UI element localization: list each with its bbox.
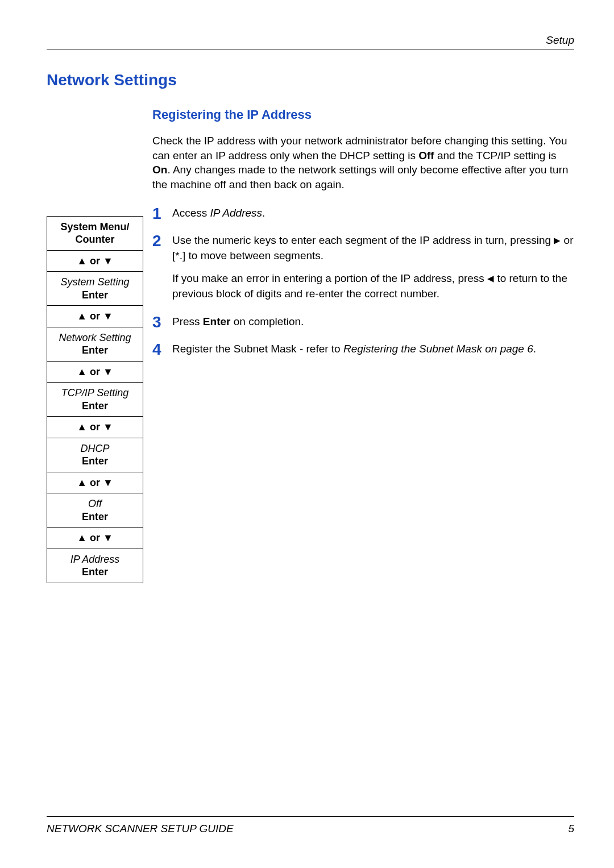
step-1-text-c: . <box>262 207 265 219</box>
triangle-right-icon: ▶ <box>554 234 561 246</box>
step-4-text-c: . <box>533 343 536 355</box>
step-3-text-c: on completion. <box>230 315 304 327</box>
menu-updown: ▲ or ▼ <box>47 528 143 549</box>
step-2-text-a: Use the numeric keys to enter each segme… <box>172 234 554 246</box>
menu-root-line2: Counter <box>76 234 115 245</box>
step-3-number: 3 <box>152 311 161 333</box>
step-2-sub-a: If you make an error in entering a porti… <box>172 272 487 284</box>
menu-updown: ▲ or ▼ <box>47 306 143 327</box>
menu-sys-label: System Setting <box>60 276 129 288</box>
page-footer: NETWORK SCANNER SETUP GUIDE 5 <box>47 816 574 835</box>
intro-off: Off <box>418 149 434 161</box>
step-4-text-a: Register the Subnet Mask - refer to <box>172 343 343 355</box>
step-4-number: 4 <box>152 338 161 360</box>
menu-net-enter: Enter <box>82 344 108 356</box>
step-1-text-a: Access <box>172 207 210 219</box>
menu-path-box: System Menu/ Counter ▲ or ▼ System Setti… <box>47 216 143 583</box>
page-header: Setup <box>47 34 574 49</box>
menu-updown: ▲ or ▼ <box>47 251 143 272</box>
step-3: 3 Press Enter on completion. <box>152 314 574 330</box>
step-1-number: 1 <box>152 202 161 225</box>
footer-page-number: 5 <box>568 823 574 835</box>
menu-updown: ▲ or ▼ <box>47 417 143 438</box>
menu-net-label: Network Setting <box>59 332 131 343</box>
steps-list: 1 Access IP Address. 2 Use the numeric k… <box>152 206 574 357</box>
header-section-label: Setup <box>546 34 574 46</box>
step-3-enter: Enter <box>203 315 231 327</box>
menu-ip-enter: Enter <box>82 566 108 578</box>
step-2-number: 2 <box>152 230 161 252</box>
page-title: Network Settings <box>47 71 574 89</box>
menu-updown: ▲ or ▼ <box>47 362 143 383</box>
footer-title: NETWORK SCANNER SETUP GUIDE <box>47 823 234 834</box>
menu-updown: ▲ or ▼ <box>47 472 143 494</box>
menu-sys-enter: Enter <box>82 289 108 301</box>
step-3-text-a: Press <box>172 315 203 327</box>
step-1: 1 Access IP Address. <box>152 206 574 221</box>
menu-off-label: Off <box>88 498 102 509</box>
menu-network-setting: Network Setting Enter <box>47 327 143 362</box>
menu-ip-label: IP Address <box>70 554 120 565</box>
menu-tcpip-setting: TCP/IP Setting Enter <box>47 383 143 417</box>
triangle-left-icon: ◀ <box>487 272 494 284</box>
intro-on: On <box>152 164 167 176</box>
step-1-ip: IP Address <box>210 207 263 219</box>
step-2: 2 Use the numeric keys to enter each seg… <box>152 233 574 301</box>
intro-paragraph: Check the IP address with your network a… <box>152 134 574 192</box>
menu-system-setting: System Setting Enter <box>47 272 143 306</box>
step-4: 4 Register the Subnet Mask - refer to Re… <box>152 342 574 357</box>
menu-root: System Menu/ Counter <box>47 217 143 251</box>
menu-off-enter: Enter <box>82 511 108 522</box>
intro-text-e: . Any changes made to the network settin… <box>152 164 569 190</box>
menu-dhcp-enter: Enter <box>82 455 108 467</box>
menu-tcp-enter: Enter <box>82 400 108 412</box>
section-subtitle: Registering the IP Address <box>152 107 574 122</box>
step-2-sub: If you make an error in entering a porti… <box>172 271 574 301</box>
menu-tcp-label: TCP/IP Setting <box>61 387 128 398</box>
menu-dhcp-label: DHCP <box>80 443 109 454</box>
menu-dhcp: DHCP Enter <box>47 438 143 472</box>
step-4-ref: Registering the Subnet Mask on page 6 <box>343 343 533 355</box>
intro-text-c: and the TCP/IP setting is <box>434 149 557 161</box>
menu-root-line1: System Menu/ <box>60 221 129 232</box>
menu-off: Off Enter <box>47 493 143 528</box>
menu-ip-address: IP Address Enter <box>47 549 143 583</box>
